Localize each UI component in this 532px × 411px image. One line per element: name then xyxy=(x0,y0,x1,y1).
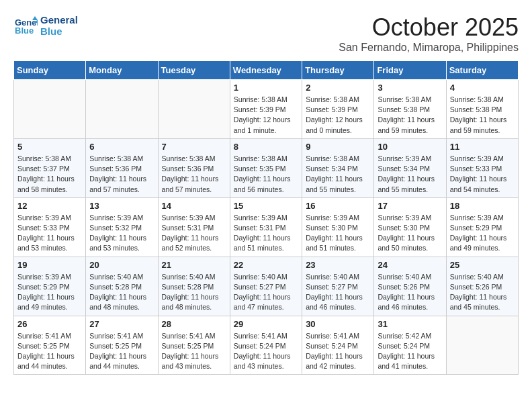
day-number: 12 xyxy=(17,201,82,211)
calendar-cell: 18Sunrise: 5:39 AM Sunset: 5:29 PM Dayli… xyxy=(446,197,518,257)
logo-text-general: General xyxy=(40,14,78,26)
day-detail: Sunrise: 5:39 AM Sunset: 5:32 PM Dayligh… xyxy=(89,213,154,254)
day-number: 23 xyxy=(306,260,370,270)
day-detail: Sunrise: 5:41 AM Sunset: 5:25 PM Dayligh… xyxy=(162,331,226,372)
title-block: October 2025 San Fernando, Mimaropa, Phi… xyxy=(339,13,519,54)
day-number: 2 xyxy=(306,83,370,93)
day-detail: Sunrise: 5:39 AM Sunset: 5:30 PM Dayligh… xyxy=(378,213,442,254)
calendar-week-row: 1Sunrise: 5:38 AM Sunset: 5:39 PM Daylig… xyxy=(14,80,519,139)
calendar-cell: 2Sunrise: 5:38 AM Sunset: 5:39 PM Daylig… xyxy=(302,80,374,139)
day-detail: Sunrise: 5:39 AM Sunset: 5:31 PM Dayligh… xyxy=(234,213,298,254)
day-number: 19 xyxy=(17,260,82,270)
calendar-cell: 29Sunrise: 5:41 AM Sunset: 5:24 PM Dayli… xyxy=(230,316,302,375)
day-number: 9 xyxy=(306,142,370,152)
month-title: October 2025 xyxy=(339,13,519,42)
calendar-week-row: 5Sunrise: 5:38 AM Sunset: 5:37 PM Daylig… xyxy=(14,138,519,197)
logo-icon: General Blue xyxy=(13,13,38,38)
calendar-table: SundayMondayTuesdayWednesdayThursdayFrid… xyxy=(13,60,519,375)
day-detail: Sunrise: 5:39 AM Sunset: 5:33 PM Dayligh… xyxy=(17,213,82,254)
calendar-cell: 21Sunrise: 5:40 AM Sunset: 5:28 PM Dayli… xyxy=(158,257,230,316)
day-number: 8 xyxy=(234,142,298,152)
day-detail: Sunrise: 5:38 AM Sunset: 5:35 PM Dayligh… xyxy=(234,154,298,195)
day-detail: Sunrise: 5:41 AM Sunset: 5:24 PM Dayligh… xyxy=(306,331,370,372)
day-number: 17 xyxy=(378,201,442,211)
calendar-cell: 13Sunrise: 5:39 AM Sunset: 5:32 PM Dayli… xyxy=(86,197,158,257)
day-number: 25 xyxy=(450,260,515,270)
calendar-cell: 11Sunrise: 5:39 AM Sunset: 5:33 PM Dayli… xyxy=(446,138,518,197)
day-detail: Sunrise: 5:40 AM Sunset: 5:27 PM Dayligh… xyxy=(234,272,298,313)
day-detail: Sunrise: 5:39 AM Sunset: 5:31 PM Dayligh… xyxy=(162,213,226,254)
page-header: General Blue General Blue October 2025 S… xyxy=(13,13,519,54)
location-title: San Fernando, Mimaropa, Philippines xyxy=(339,42,519,54)
calendar-cell: 27Sunrise: 5:41 AM Sunset: 5:25 PM Dayli… xyxy=(86,316,158,375)
calendar-cell: 10Sunrise: 5:39 AM Sunset: 5:34 PM Dayli… xyxy=(374,138,446,197)
day-detail: Sunrise: 5:39 AM Sunset: 5:29 PM Dayligh… xyxy=(450,213,515,254)
calendar-cell: 30Sunrise: 5:41 AM Sunset: 5:24 PM Dayli… xyxy=(302,316,374,375)
calendar-cell: 14Sunrise: 5:39 AM Sunset: 5:31 PM Dayli… xyxy=(158,197,230,257)
logo-text-blue: Blue xyxy=(40,26,78,37)
day-number: 20 xyxy=(89,260,154,270)
day-detail: Sunrise: 5:40 AM Sunset: 5:27 PM Dayligh… xyxy=(306,272,370,313)
calendar-week-row: 12Sunrise: 5:39 AM Sunset: 5:33 PM Dayli… xyxy=(14,197,519,257)
calendar-cell: 12Sunrise: 5:39 AM Sunset: 5:33 PM Dayli… xyxy=(14,197,86,257)
calendar-cell: 9Sunrise: 5:38 AM Sunset: 5:34 PM Daylig… xyxy=(302,138,374,197)
day-detail: Sunrise: 5:38 AM Sunset: 5:39 PM Dayligh… xyxy=(234,95,298,136)
calendar-week-row: 19Sunrise: 5:39 AM Sunset: 5:29 PM Dayli… xyxy=(14,257,519,316)
day-of-week-header: Tuesday xyxy=(158,61,230,80)
day-number: 1 xyxy=(234,83,298,93)
calendar-week-row: 26Sunrise: 5:41 AM Sunset: 5:25 PM Dayli… xyxy=(14,316,519,375)
day-detail: Sunrise: 5:38 AM Sunset: 5:34 PM Dayligh… xyxy=(306,154,370,195)
day-number: 31 xyxy=(378,319,442,329)
day-detail: Sunrise: 5:39 AM Sunset: 5:29 PM Dayligh… xyxy=(17,272,82,313)
calendar-header-row: SundayMondayTuesdayWednesdayThursdayFrid… xyxy=(14,61,519,80)
day-of-week-header: Thursday xyxy=(302,61,374,80)
day-detail: Sunrise: 5:39 AM Sunset: 5:33 PM Dayligh… xyxy=(450,154,515,195)
calendar-cell xyxy=(446,316,518,375)
day-number: 5 xyxy=(17,142,82,152)
calendar-cell: 25Sunrise: 5:40 AM Sunset: 5:26 PM Dayli… xyxy=(446,257,518,316)
day-detail: Sunrise: 5:38 AM Sunset: 5:38 PM Dayligh… xyxy=(450,95,515,136)
day-of-week-header: Sunday xyxy=(14,61,86,80)
day-number: 28 xyxy=(162,319,226,329)
calendar-cell: 31Sunrise: 5:42 AM Sunset: 5:24 PM Dayli… xyxy=(374,316,446,375)
day-number: 26 xyxy=(17,319,82,329)
calendar-cell xyxy=(14,80,86,139)
day-number: 7 xyxy=(162,142,226,152)
day-number: 30 xyxy=(306,319,370,329)
calendar-cell: 23Sunrise: 5:40 AM Sunset: 5:27 PM Dayli… xyxy=(302,257,374,316)
day-detail: Sunrise: 5:40 AM Sunset: 5:26 PM Dayligh… xyxy=(378,272,442,313)
calendar-cell: 24Sunrise: 5:40 AM Sunset: 5:26 PM Dayli… xyxy=(374,257,446,316)
day-detail: Sunrise: 5:40 AM Sunset: 5:28 PM Dayligh… xyxy=(162,272,226,313)
svg-text:Blue: Blue xyxy=(15,26,34,36)
calendar-cell: 3Sunrise: 5:38 AM Sunset: 5:38 PM Daylig… xyxy=(374,80,446,139)
day-number: 18 xyxy=(450,201,515,211)
day-number: 24 xyxy=(378,260,442,270)
day-detail: Sunrise: 5:38 AM Sunset: 5:36 PM Dayligh… xyxy=(162,154,226,195)
calendar-cell: 8Sunrise: 5:38 AM Sunset: 5:35 PM Daylig… xyxy=(230,138,302,197)
day-detail: Sunrise: 5:39 AM Sunset: 5:34 PM Dayligh… xyxy=(378,154,442,195)
day-number: 29 xyxy=(234,319,298,329)
logo: General Blue General Blue xyxy=(13,13,78,38)
day-of-week-header: Friday xyxy=(374,61,446,80)
day-detail: Sunrise: 5:38 AM Sunset: 5:36 PM Dayligh… xyxy=(89,154,154,195)
day-number: 4 xyxy=(450,83,515,93)
day-number: 11 xyxy=(450,142,515,152)
day-number: 27 xyxy=(89,319,154,329)
day-detail: Sunrise: 5:42 AM Sunset: 5:24 PM Dayligh… xyxy=(378,331,442,372)
day-number: 21 xyxy=(162,260,226,270)
calendar-cell: 17Sunrise: 5:39 AM Sunset: 5:30 PM Dayli… xyxy=(374,197,446,257)
day-number: 3 xyxy=(378,83,442,93)
calendar-cell: 4Sunrise: 5:38 AM Sunset: 5:38 PM Daylig… xyxy=(446,80,518,139)
calendar-cell: 15Sunrise: 5:39 AM Sunset: 5:31 PM Dayli… xyxy=(230,197,302,257)
day-number: 16 xyxy=(306,201,370,211)
day-number: 22 xyxy=(234,260,298,270)
calendar-cell: 20Sunrise: 5:40 AM Sunset: 5:28 PM Dayli… xyxy=(86,257,158,316)
day-of-week-header: Saturday xyxy=(446,61,518,80)
day-number: 15 xyxy=(234,201,298,211)
day-detail: Sunrise: 5:39 AM Sunset: 5:30 PM Dayligh… xyxy=(306,213,370,254)
calendar-cell xyxy=(86,80,158,139)
day-of-week-header: Wednesday xyxy=(230,61,302,80)
calendar-cell: 16Sunrise: 5:39 AM Sunset: 5:30 PM Dayli… xyxy=(302,197,374,257)
calendar-cell: 26Sunrise: 5:41 AM Sunset: 5:25 PM Dayli… xyxy=(14,316,86,375)
day-detail: Sunrise: 5:40 AM Sunset: 5:26 PM Dayligh… xyxy=(450,272,515,313)
